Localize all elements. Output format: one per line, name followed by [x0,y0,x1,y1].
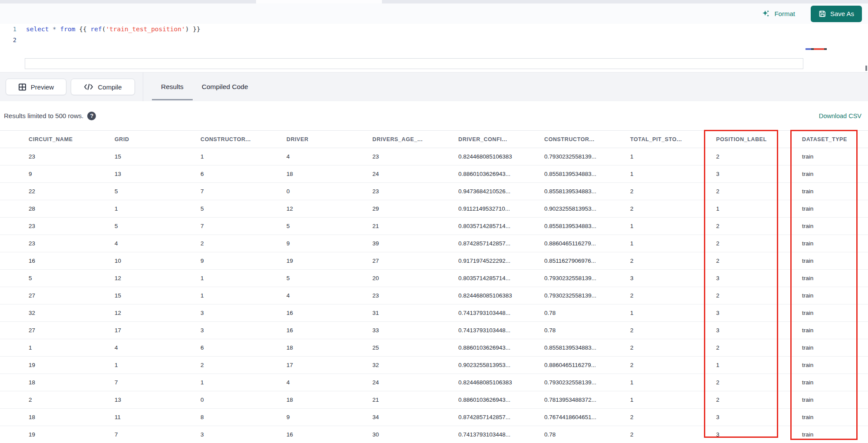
table-cell: 0.7930232558139... [537,374,623,391]
table-icon [18,83,26,91]
table-cell: 2 [623,357,709,374]
table-cell: 27 [22,322,108,339]
table-cell: 0.8860103626943... [451,391,537,408]
table-cell: train [795,165,868,182]
table-cell: 1 [623,391,709,408]
header-cell: DRIVER_CONFI... [451,131,537,148]
table-cell: 2 [623,200,709,217]
table-cell: 12 [108,270,194,287]
table-cell: 1 [22,339,108,356]
table-cell: 16 [22,252,108,269]
table-cell: 0.7674418604651... [537,409,623,426]
table-cell: 5 [279,270,365,287]
preview-button[interactable]: Preview [6,79,66,95]
table-cell: train [795,287,868,304]
format-button[interactable]: Format [762,10,795,18]
table-cell: 4 [108,339,194,356]
table-cell: 0.9023255813953... [451,357,537,374]
compile-label: Compile [98,83,122,91]
table-cell: 0.8558139534883... [537,165,623,182]
table-cell: 3 [709,270,795,287]
compile-button[interactable]: Compile [71,79,135,95]
table-cell: 0.8558139534883... [537,183,623,200]
table-cell: 0.7930232558139... [537,148,623,165]
table-cell: 0 [194,391,279,408]
save-icon [819,10,826,18]
table-cell: 0.78 [537,426,623,443]
table-cell: train [795,322,868,339]
table-cell: 8 [194,409,279,426]
table-cell: 7 [194,183,279,200]
table-cell: 16 [279,304,365,321]
code-line[interactable]: 1select * from {{ ref('train_test_positi… [0,24,868,35]
active-file-tab[interactable] [256,0,382,3]
download-csv-link[interactable]: Download CSV [819,112,861,119]
help-icon[interactable]: ? [87,112,96,120]
table-cell: 0.8860465116279... [537,235,623,252]
table-cell: 0.8035714285714... [451,218,537,235]
table-cell: 4 [279,148,365,165]
table-body: 231514230.8244680851063830.7930232558139… [0,148,868,443]
table-cell: 2 [709,374,795,391]
scrollbar-thumb[interactable] [865,66,867,71]
tab-compiled-code[interactable]: Compiled Code [193,73,257,102]
sql-editor[interactable]: 1select * from {{ ref('train_test_positi… [0,24,868,72]
table-cell: 34 [365,409,451,426]
code-text: select * from {{ ref('train_test_positio… [16,24,201,35]
table-cell: 27 [22,287,108,304]
table-cell: 2 [623,339,709,356]
table-cell: 0.8860465116279... [537,357,623,374]
table-cell: 10 [108,252,194,269]
table-row: 51215200.8035714285714...0.7930232558139… [0,270,868,287]
table-cell: 2 [623,287,709,304]
table-cell: 29 [365,200,451,217]
table-cell: 33 [365,322,451,339]
table-cell: 0.7413793103448... [451,322,537,339]
result-tabs: Results Compiled Code [152,73,257,102]
table-cell: 2 [623,322,709,339]
table-cell: 3 [709,322,795,339]
table-cell: 3 [709,165,795,182]
table-cell: 21 [365,391,451,408]
table-cell: train [795,374,868,391]
table-cell: 7 [194,218,279,235]
table-cell: 19 [22,426,108,443]
tab-results[interactable]: Results [152,73,193,102]
table-cell: 13 [108,165,194,182]
table-row: 23429390.8742857142857...0.8860465116279… [0,235,868,252]
table-cell: 27 [365,252,451,269]
table-cell: 23 [365,183,451,200]
table-cell: 1 [194,270,279,287]
table-cell: 0.9023255813953... [537,200,623,217]
minimap[interactable] [806,48,831,50]
editor-tab-strip [0,0,868,3]
table-cell: train [795,391,868,408]
table-cell: 18 [279,339,365,356]
toolbar-divider [143,73,143,102]
save-as-label: Save As [830,10,854,17]
table-cell: 23 [22,218,108,235]
table-cell: 32 [22,304,108,321]
table-cell: 22 [22,183,108,200]
table-cell: 6 [194,339,279,356]
table-cell: 4 [279,287,365,304]
table-cell: 23 [22,148,108,165]
table-cell: train [795,357,868,374]
table-cell: 0.9171974522292... [451,252,537,269]
code-line[interactable]: 2 [0,35,868,46]
table-cell: 21 [365,218,451,235]
table-cell: 18 [22,409,108,426]
save-as-button[interactable]: Save As [811,6,862,22]
table-cell: 31 [365,304,451,321]
table-row: 191217320.9023255813953...0.886046511627… [0,357,868,374]
header-cell: GRID [108,131,194,148]
table-cell: 1 [194,148,279,165]
table-cell: 0.8558139534883... [537,218,623,235]
table-cell: 39 [365,235,451,252]
code-lines: 1select * from {{ ref('train_test_positi… [0,24,868,46]
line-number: 2 [0,35,16,46]
table-cell: 25 [365,339,451,356]
table-cell: 2 [709,218,795,235]
table-cell: 2 [22,391,108,408]
table-cell: train [795,426,868,443]
